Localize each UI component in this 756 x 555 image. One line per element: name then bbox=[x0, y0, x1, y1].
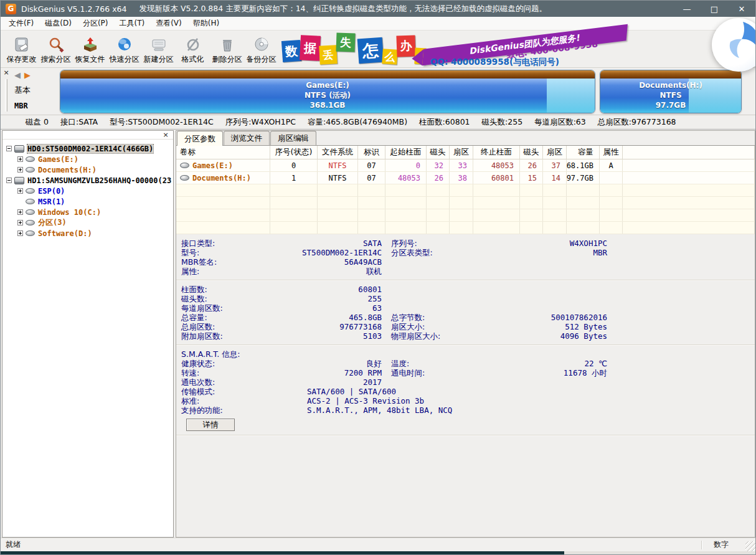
partition-bar-documents[interactable]: Documents(H:) NTFS 97.7GB bbox=[600, 70, 742, 113]
new-partition-button[interactable]: 新建分区 bbox=[141, 32, 176, 67]
prev-disk-icon[interactable]: ◀ bbox=[14, 70, 21, 80]
disk-icon bbox=[14, 145, 24, 153]
disk-serial: 序列号:W4XOH1PC bbox=[225, 117, 296, 128]
col-capacity[interactable]: 容量 bbox=[567, 146, 600, 159]
partition-table: 卷标 序号(状态) 文件系统 标识 起始柱面 磁头 扇区 终止柱面 磁头 扇区 … bbox=[176, 145, 755, 234]
info-label: 物理扇区大小: bbox=[391, 331, 440, 341]
close-button[interactable]: ✕ bbox=[728, 1, 755, 17]
smart-details-button[interactable]: 详情 bbox=[186, 419, 235, 431]
disk-capacity: 容量:465.8GB(476940MB) bbox=[308, 117, 407, 128]
tree-item-label: Games(E:) bbox=[38, 155, 78, 164]
promo-tiles: 数 据 丢 失 怎 么 办 ！ bbox=[282, 32, 425, 64]
tree-item-partition3[interactable]: 分区(3) bbox=[5, 217, 173, 228]
cell-start-cylinder: 48053 bbox=[385, 172, 427, 184]
menu-file[interactable]: 文件(F) bbox=[3, 17, 39, 30]
expand-icon[interactable] bbox=[17, 156, 23, 162]
tree-item-windows10[interactable]: Windows 10(C:) bbox=[5, 207, 173, 217]
info-label: 总容量: bbox=[181, 313, 207, 322]
promo-tile: 丢 bbox=[319, 45, 338, 64]
expand-icon[interactable] bbox=[17, 167, 23, 173]
info-value: 56A49ACB bbox=[257, 257, 382, 267]
expand-icon[interactable] bbox=[17, 220, 23, 225]
col-flag[interactable]: 标识 bbox=[358, 146, 385, 159]
col-end-cylinder[interactable]: 终止柱面 bbox=[473, 146, 520, 159]
promo-tile: 据 bbox=[300, 35, 321, 61]
cell-end-head: 26 bbox=[520, 159, 543, 171]
col-start-sector[interactable]: 扇区 bbox=[450, 146, 473, 159]
promo-banner[interactable]: 数 据 丢 失 怎 么 办 ！ DiskGenius团队为您服务! 致电: 40… bbox=[282, 31, 687, 68]
col-start-head[interactable]: 磁头 bbox=[427, 146, 450, 159]
promo-tile: 失 bbox=[336, 32, 355, 52]
tool-label: 备份分区 bbox=[247, 54, 276, 65]
close-panel-icon[interactable]: × bbox=[2, 69, 10, 77]
main-area: × HD0:ST500DM002-1ER14C(466GB) Games(E:)… bbox=[1, 130, 755, 538]
next-disk-icon[interactable]: ▶ bbox=[24, 70, 31, 80]
save-icon bbox=[13, 36, 31, 54]
tree-item-software[interactable]: Software(D:) bbox=[5, 228, 173, 239]
info-label: 序列号: bbox=[391, 239, 417, 248]
promo-tile: 怎 bbox=[357, 37, 384, 64]
tab-browse-files[interactable]: 浏览文件 bbox=[224, 131, 270, 145]
col-seq-status[interactable]: 序号(状态) bbox=[270, 146, 318, 159]
close-tree-panel-icon[interactable]: × bbox=[162, 131, 169, 139]
tree-item-documents[interactable]: Documents(H:) bbox=[5, 164, 173, 175]
cell-capacity: 97.7GB bbox=[567, 172, 600, 184]
quick-partition-button[interactable]: 快速分区 bbox=[107, 32, 141, 67]
col-start-cylinder[interactable]: 起始柱面 bbox=[385, 146, 427, 159]
tree-item-esp[interactable]: ESP(0) bbox=[5, 186, 173, 196]
maximize-button[interactable]: □ bbox=[701, 1, 728, 17]
menu-help[interactable]: 帮助(H) bbox=[187, 17, 225, 30]
partition-icon bbox=[26, 199, 35, 204]
partition-name: Games(E:) bbox=[60, 80, 595, 90]
tab-sector-edit[interactable]: 扇区编辑 bbox=[270, 131, 316, 145]
tree-item-hd0[interactable]: HD0:ST500DM002-1ER14C(466GB) bbox=[5, 143, 173, 154]
menu-tools[interactable]: 工具(T) bbox=[113, 17, 150, 30]
cell-start-cylinder: 0 bbox=[385, 159, 427, 171]
panel-splitter[interactable] bbox=[5, 79, 7, 111]
tool-label: 保存更改 bbox=[7, 54, 37, 65]
expand-icon[interactable] bbox=[17, 230, 23, 236]
table-row-games[interactable]: Games(E:) 0 NTFS 07 0 32 33 48053 26 37 … bbox=[176, 159, 755, 172]
info-value: W4XOH1PC bbox=[483, 239, 607, 248]
format-button[interactable]: 格式化 bbox=[176, 32, 210, 67]
menu-disk[interactable]: 磁盘(D) bbox=[39, 17, 77, 30]
delete-partition-button[interactable]: 删除分区 bbox=[210, 32, 244, 67]
col-filesystem[interactable]: 文件系统 bbox=[318, 146, 358, 159]
save-changes-button[interactable]: 保存更改 bbox=[4, 32, 39, 67]
disk-icon bbox=[14, 177, 24, 184]
minimize-button[interactable]: — bbox=[673, 1, 701, 17]
collapse-icon[interactable] bbox=[6, 178, 12, 183]
tree-item-msr[interactable]: MSR(1) bbox=[5, 196, 173, 207]
smart-section: S.M.A.R.T. 信息: 健康状态:良好温度:22 ℃ 转速:7200 RP… bbox=[176, 345, 755, 435]
table-empty-row bbox=[176, 197, 755, 209]
info-label: 扇区大小: bbox=[391, 322, 425, 331]
tab-partition-parameters[interactable]: 分区参数 bbox=[177, 131, 223, 146]
partition-icon bbox=[26, 167, 35, 173]
info-value: 联机 bbox=[257, 267, 382, 276]
info-value: 4096 Bytes bbox=[483, 331, 607, 341]
search-partition-button[interactable]: 搜索分区 bbox=[39, 32, 73, 67]
backup-partition-button[interactable]: 备份分区 bbox=[244, 32, 278, 67]
collapse-icon[interactable] bbox=[6, 146, 12, 151]
info-label: 标准: bbox=[181, 396, 199, 406]
cell-end-sector: 37 bbox=[543, 159, 567, 171]
col-end-sector[interactable]: 扇区 bbox=[543, 146, 567, 159]
info-label: 总扇区数: bbox=[181, 322, 215, 331]
floating-assistant-ball[interactable] bbox=[712, 18, 756, 72]
menu-partition[interactable]: 分区(P) bbox=[77, 17, 114, 30]
update-notice: 发现新版本 V5.2.0.884 主要更新内容如下：14、纠正转换虚拟磁盘类型功… bbox=[139, 4, 547, 14]
col-volume-label[interactable]: 卷标 bbox=[176, 146, 270, 159]
col-attribute[interactable]: 属性 bbox=[600, 146, 623, 159]
table-row-documents[interactable]: Documents(H:) 1 NTFS 07 48053 26 38 6080… bbox=[176, 172, 755, 184]
menu-view[interactable]: 查看(V) bbox=[150, 17, 187, 30]
info-value: SATA bbox=[257, 239, 382, 248]
expand-icon[interactable] bbox=[17, 188, 23, 194]
recover-files-button[interactable]: 恢复文件 bbox=[73, 32, 107, 67]
col-end-head[interactable]: 磁头 bbox=[520, 146, 543, 159]
tree-item-games[interactable]: Games(E:) bbox=[5, 154, 173, 164]
search-icon bbox=[47, 36, 65, 54]
partition-bar-games[interactable]: Games(E:) NTFS (活动) 368.1GB bbox=[60, 70, 595, 113]
expand-icon[interactable] bbox=[17, 209, 23, 215]
tree-item-hd1[interactable]: HD1:SAMSUNGMZVLB256HAHQ-00000(23 bbox=[5, 175, 173, 186]
resize-grip-icon[interactable] bbox=[745, 541, 755, 551]
